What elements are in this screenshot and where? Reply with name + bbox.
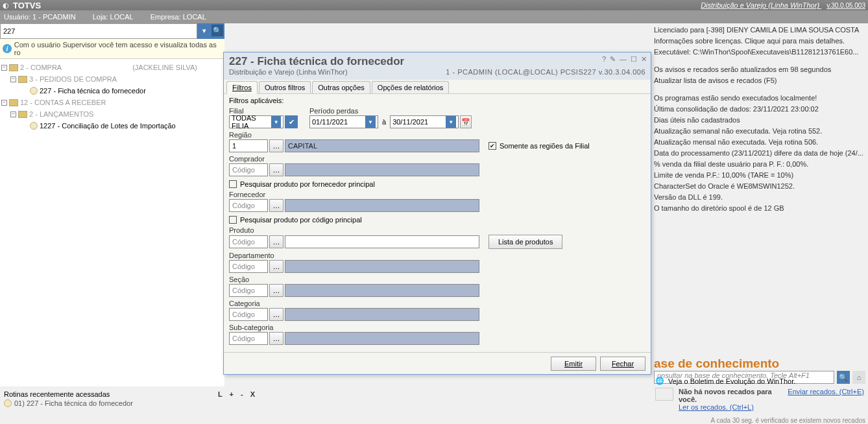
- close-icon[interactable]: ✕: [641, 55, 647, 64]
- regiao-code-input[interactable]: 1: [229, 139, 268, 152]
- folder-icon: [9, 99, 18, 106]
- msg-line: Os avisos e recados serão atualizados em…: [654, 64, 831, 75]
- boletim-link[interactable]: Veja o Boletim de Evolução do WinThor.: [668, 377, 795, 385]
- supervisor-info-bar: i Com o usuário Supervisor você tem aces…: [0, 39, 224, 59]
- tree-toggle-icon[interactable]: −: [1, 65, 7, 71]
- tree-leaf[interactable]: 227 - Ficha técnica do fornecedor: [40, 87, 146, 95]
- comprador-code-input[interactable]: Código: [229, 163, 268, 176]
- recent-item[interactable]: 01) 227 - Ficha técnica do fornecedor: [14, 399, 133, 407]
- somente-regioes-label: Somente as regiões da Filial: [500, 142, 590, 150]
- tree-node[interactable]: 12 - CONTAS A RECEBER: [20, 99, 106, 106]
- departamento-lookup-button[interactable]: …: [269, 260, 283, 273]
- routine-search-input[interactable]: [0, 23, 197, 39]
- filial-check-icon[interactable]: ✔: [285, 115, 298, 128]
- msg-line[interactable]: Informações sobre licenças. Clique aqui …: [654, 36, 845, 47]
- left-panel: ▾ 🔍 i Com o usuário Supervisor você tem …: [0, 23, 224, 386]
- pesq-codigo-checkbox[interactable]: [229, 216, 237, 224]
- app-version: v.30.0.05.003: [826, 2, 865, 9]
- edit-icon[interactable]: ✎: [610, 55, 616, 64]
- comprador-name-display: [285, 163, 479, 176]
- msg-line: Versão da DLL é 199.: [654, 192, 723, 203]
- store-label: Loja: LOCAL: [93, 13, 134, 21]
- tree-node[interactable]: 2 - COMPRA: [20, 64, 62, 71]
- filial-combo[interactable]: TODAS FILIA▼: [229, 115, 283, 128]
- maximize-icon[interactable]: ☐: [631, 55, 637, 64]
- module-name[interactable]: Distribuição e Varejo (Linha WinThor): [701, 1, 819, 9]
- produto-code-input[interactable]: Código: [229, 235, 268, 248]
- dialog-subtitle: Distribuição e Varejo (Linha WinThor): [229, 68, 348, 76]
- regiao-label: Região: [229, 131, 645, 139]
- chevron-down-icon[interactable]: ▼: [365, 116, 376, 128]
- categoria-code-input[interactable]: Código: [229, 308, 268, 321]
- fornecedor-code-input[interactable]: Código: [229, 199, 268, 212]
- msg-line: Data do processamento (23/11/2021) difer…: [654, 148, 863, 159]
- msg-line: % venda da filial deste usuário para P. …: [654, 159, 808, 170]
- somente-regioes-checkbox[interactable]: ✔: [488, 142, 496, 150]
- regiao-lookup-button[interactable]: …: [269, 139, 283, 152]
- fornecedor-name-display: [285, 199, 479, 212]
- categoria-lookup-button[interactable]: …: [269, 308, 283, 321]
- msg-line: Os programas estão sendo executados loca…: [654, 93, 817, 104]
- departamento-name-display: [285, 260, 479, 273]
- chevron-down-icon[interactable]: ▼: [271, 116, 281, 128]
- tab-opcoes-relatorios[interactable]: Opções de relatórios: [372, 81, 450, 93]
- app-logo-icon: ◐: [3, 1, 9, 10]
- secao-code-input[interactable]: Código: [229, 284, 268, 297]
- tab-outras-opcoes[interactable]: Outras opções: [312, 81, 370, 93]
- date-from-input[interactable]: 01/11/2021▼: [309, 115, 378, 128]
- tree-toggle-icon[interactable]: −: [10, 112, 16, 117]
- routine-icon: [30, 87, 38, 95]
- calendar-icon[interactable]: 📅: [460, 115, 472, 128]
- fornecedor-lookup-button[interactable]: …: [269, 199, 283, 212]
- routine-tree[interactable]: − 2 - COMPRA (JACKELINE SILVA) − 3 - PED…: [0, 59, 224, 386]
- dialog-meta: 1 - PCADMIN (LOCAL@LOCAL) PCSIS227 v.30.…: [446, 68, 645, 76]
- filters-applied-label: Filtros aplicáveis:: [229, 97, 645, 104]
- search-dropdown-icon[interactable]: ▾: [199, 25, 210, 36]
- tab-outros-filtros[interactable]: Outros filtros: [259, 81, 311, 93]
- comprador-label: Comprador: [229, 155, 645, 163]
- departamento-code-input[interactable]: Código: [229, 260, 268, 273]
- comprador-lookup-button[interactable]: …: [269, 163, 283, 176]
- tree-node[interactable]: 2 - LANÇAMENTOS: [29, 110, 93, 118]
- msg-line: CharacterSet do Oracle é WE8MSWIN1252.: [654, 181, 795, 192]
- status-footer: A cada 30 seg. é verificado se existem n…: [711, 417, 865, 424]
- chevron-down-icon[interactable]: ▼: [446, 116, 456, 128]
- search-icon[interactable]: 🔍: [211, 25, 223, 36]
- tab-filtros[interactable]: Filtros: [226, 81, 258, 94]
- folder-icon: [18, 111, 27, 118]
- fornecedor-label: Fornecedor: [229, 191, 645, 198]
- globe-icon: 🌐: [655, 377, 664, 385]
- tree-toggle-icon[interactable]: −: [1, 100, 7, 106]
- minimize-icon[interactable]: ―: [620, 55, 627, 64]
- dialog-tabs: Filtros Outros filtros Outras opções Opç…: [224, 80, 651, 94]
- secao-lookup-button[interactable]: …: [269, 284, 283, 297]
- tree-node[interactable]: 3 - PEDIDOS DE COMPRA: [29, 75, 117, 83]
- msg-line[interactable]: Atualizar lista de avisos e recados (F5): [654, 75, 777, 86]
- secao-label: Seção: [229, 276, 645, 283]
- msg-line: Executável: C:\WinThor\Spool\Executaveis…: [654, 47, 859, 58]
- subcategoria-lookup-button[interactable]: …: [269, 332, 283, 345]
- fechar-button[interactable]: Fechar: [600, 357, 645, 371]
- pesq-fornecedor-label: Pesquisar produto por fornecedor princip…: [240, 180, 375, 188]
- help-icon[interactable]: ?: [602, 55, 606, 64]
- msg-line: O tamanho do diretório spool é de 12 GB: [654, 203, 784, 214]
- a-label: à: [382, 118, 386, 126]
- dialog-title: 227 - Ficha técnica do fornecedor: [229, 55, 645, 68]
- date-to-input[interactable]: 30/11/2021▼: [390, 115, 459, 128]
- pesq-fornecedor-checkbox[interactable]: [229, 180, 237, 188]
- lista-produtos-button[interactable]: Lista de produtos: [488, 235, 562, 249]
- tree-toggle-icon[interactable]: −: [10, 77, 16, 82]
- right-panel: Licenciado para [-398] DIENY CAMILA DE L…: [651, 23, 868, 386]
- tree-leaf[interactable]: 1227 - Conciliação de Lotes de Importaçã…: [40, 122, 176, 130]
- folder-icon: [18, 76, 27, 83]
- categoria-label: Categoria: [229, 300, 645, 307]
- routine-icon: [4, 399, 12, 407]
- produto-label: Produto: [229, 226, 645, 234]
- subcategoria-code-input[interactable]: Código: [229, 332, 268, 345]
- supplier-dialog: 227 - Ficha técnica do fornecedor Distri…: [223, 52, 651, 375]
- produto-lookup-button[interactable]: …: [269, 235, 283, 248]
- msg-line: Dias úteis não cadastrados: [654, 115, 740, 126]
- emitir-button[interactable]: Emitir: [551, 357, 596, 371]
- produto-name-input[interactable]: [285, 235, 479, 248]
- kb-title: ase de conhecimento: [654, 357, 865, 371]
